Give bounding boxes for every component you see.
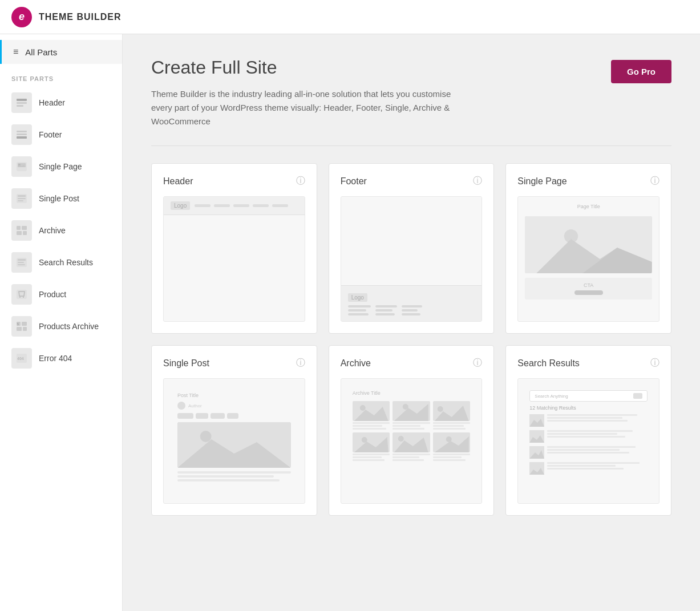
card-single-post[interactable]: Single Post ⓘ Post Title Author — [151, 345, 317, 516]
preview-post-author-text: Author — [188, 403, 202, 408]
header-preview-body — [164, 215, 305, 321]
archive-img-3 — [433, 401, 471, 421]
archive-item-3 — [433, 401, 471, 430]
sidebar-item-archive[interactable]: Archive — [0, 215, 122, 246]
card-header-info-icon[interactable]: ⓘ — [296, 175, 305, 187]
archive-lines-5 — [393, 454, 430, 461]
single-post-icon — [11, 188, 32, 209]
sidebar-item-search-results[interactable]: Search Results — [0, 246, 122, 278]
search-line — [547, 436, 625, 438]
post-tag-4 — [227, 413, 238, 419]
nav-line-2 — [214, 204, 230, 207]
footer-line — [348, 313, 369, 315]
preview-search-bar: Search Anything — [529, 390, 648, 402]
main-description: Theme Builder is the industry leading al… — [151, 87, 459, 128]
archive-line — [433, 428, 466, 430]
svg-rect-4 — [17, 133, 27, 135]
card-archive[interactable]: Archive ⓘ Archive Title — [329, 345, 495, 516]
archive-img-6 — [433, 432, 471, 452]
card-footer-info-icon[interactable]: ⓘ — [473, 175, 482, 187]
archive-line — [433, 425, 464, 427]
footer-line — [402, 313, 420, 315]
svg-rect-10 — [18, 195, 26, 197]
archive-line — [353, 422, 390, 424]
svg-rect-13 — [17, 226, 21, 230]
search-line — [547, 417, 622, 419]
footer-preview-body — [341, 197, 482, 285]
svg-rect-11 — [18, 198, 26, 199]
svg-point-36 — [200, 431, 212, 442]
preview-cta-button — [574, 290, 603, 295]
preview-page-image — [525, 216, 652, 273]
archive-img-4 — [353, 432, 390, 452]
product-icon — [11, 284, 32, 305]
sidebar-item-search-results-label: Search Results — [39, 258, 93, 267]
card-single-page[interactable]: Single Page ⓘ Page Title CTA — [505, 163, 671, 334]
card-single-post-info-icon[interactable]: ⓘ — [296, 357, 305, 369]
card-single-post-row: Single Post ⓘ — [163, 357, 305, 369]
svg-rect-2 — [17, 105, 23, 107]
header-icon — [11, 92, 32, 113]
footer-col-2 — [375, 305, 397, 315]
logo-letter: e — [19, 11, 25, 23]
search-line — [547, 465, 615, 467]
search-result-2 — [529, 430, 648, 443]
preview-nav — [195, 204, 288, 207]
post-line-1 — [177, 471, 291, 474]
go-pro-button[interactable]: Go Pro — [611, 60, 671, 83]
preview-archive-content: Archive Title — [347, 385, 476, 467]
card-search-results[interactable]: Search Results ⓘ Search Anything 12 Matc… — [505, 345, 671, 516]
sidebar-item-products-archive[interactable]: $ Products Archive — [0, 310, 122, 342]
search-lines-4 — [547, 462, 648, 470]
footer-preview-bar: Logo — [341, 285, 482, 321]
sidebar-item-single-page-label: Single Page — [39, 162, 82, 171]
search-result-4 — [529, 462, 648, 475]
post-tag-3 — [211, 413, 225, 419]
card-single-page-title: Single Page — [517, 176, 567, 187]
preview-post-content: Post Title Author — [171, 386, 298, 488]
archive-item-6 — [433, 432, 471, 461]
sidebar-item-archive-label: Archive — [39, 226, 66, 235]
archive-img-1 — [353, 401, 390, 421]
svg-rect-26 — [17, 327, 22, 331]
card-archive-info-icon[interactable]: ⓘ — [473, 357, 482, 369]
card-header[interactable]: Header ⓘ Logo — [151, 163, 317, 334]
card-header-title: Header — [163, 176, 193, 187]
archive-line — [393, 454, 430, 455]
card-footer[interactable]: Footer ⓘ Logo — [329, 163, 495, 334]
card-single-page-info-icon[interactable]: ⓘ — [650, 175, 659, 187]
svg-point-51 — [398, 436, 404, 442]
sidebar-item-single-page[interactable]: Single Page — [0, 151, 122, 183]
footer-preview-logo: Logo — [348, 293, 367, 302]
divider — [151, 145, 671, 146]
preview-search-content: Search Anything 12 Matching Results — [524, 385, 653, 480]
layout: ≡ All Parts SITE PARTS Header Footer Sin… — [0, 34, 700, 611]
search-thumb-2 — [529, 430, 544, 443]
card-footer-title: Footer — [341, 176, 367, 187]
card-search-results-info-icon[interactable]: ⓘ — [650, 357, 659, 369]
preview-post-tags — [177, 413, 291, 419]
sidebar-item-header[interactable]: Header — [0, 87, 122, 119]
svg-point-22 — [19, 297, 21, 298]
archive-line — [393, 456, 419, 458]
preview-post-author: Author — [177, 402, 291, 410]
sidebar-item-footer[interactable]: Footer — [0, 119, 122, 151]
archive-line — [433, 422, 471, 424]
card-archive-title: Archive — [341, 358, 371, 369]
search-line — [547, 446, 636, 448]
archive-img-5 — [393, 432, 430, 452]
search-thumb-4 — [529, 462, 544, 475]
single-page-icon — [11, 156, 32, 177]
search-line — [547, 468, 623, 470]
search-lines-3 — [547, 446, 648, 454]
archive-lines-4 — [353, 454, 390, 461]
archive-line — [433, 456, 462, 458]
search-lines-1 — [547, 414, 648, 422]
sidebar-all-parts[interactable]: ≡ All Parts — [0, 40, 122, 64]
sidebar-item-error-404[interactable]: 404 Error 404 — [0, 342, 122, 374]
sidebar-item-single-post[interactable]: Single Post — [0, 183, 122, 215]
search-line — [547, 414, 637, 416]
sidebar-item-product[interactable]: Product — [0, 278, 122, 310]
footer-line — [348, 309, 366, 311]
archive-line — [353, 459, 385, 461]
